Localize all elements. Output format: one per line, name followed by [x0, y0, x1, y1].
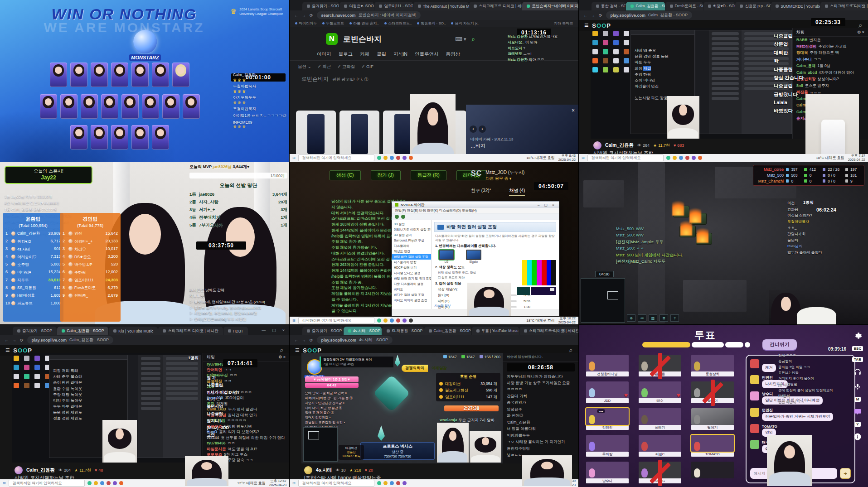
back-icon[interactable]: ← — [583, 13, 587, 18]
reload-icon[interactable]: ⟳ — [599, 13, 602, 18]
sc-menu-button[interactable]: 등급전 (R) — [411, 170, 446, 180]
streamer-name[interactable]: Calm_김윤환 — [26, 467, 55, 473]
filter-recent[interactable]: ✓ 최근 — [318, 64, 331, 70]
filter-option[interactable]: 옵션 ⌄ — [298, 64, 311, 70]
browser-tab[interactable]: Calm_김윤환 - SOOP — [57, 327, 108, 335]
maximize-icon[interactable]: ▢ — [851, 3, 855, 8]
vote-card[interactable]: 떨예기 ♥ ••• — [691, 408, 734, 431]
search-nav-tab[interactable]: 지식iN — [393, 51, 407, 58]
tree-item[interactable]: 디지털 오디오 설정 — [392, 270, 431, 276]
headphones-icon[interactable] — [853, 368, 862, 376]
jeans-thumbnail[interactable] — [296, 111, 336, 156]
windows-start-icon[interactable]: ⊞ — [292, 156, 296, 160]
address-pill[interactable]: play.sooplive.com4s.사테 - SOOP — [317, 336, 393, 344]
system-info-link[interactable]: 시스템 정보 — [434, 304, 451, 308]
gear-icon[interactable] — [853, 331, 862, 340]
windows-start-icon[interactable]: ⊞ — [3, 481, 6, 485]
close-icon[interactable]: × — [861, 3, 863, 8]
chat-header-icons[interactable]: ⚙ × — [857, 30, 864, 34]
vote-card[interactable]: ♥ ••• — [691, 462, 734, 484]
reload-icon[interactable]: ⟳ — [20, 338, 24, 342]
window-controls[interactable]: — ▢ × — [551, 325, 578, 335]
keyboard-icon[interactable]: ⌨ ▾ — [455, 36, 466, 42]
sc-status-dropdown[interactable]: 다른 용무 중 ▾ — [485, 176, 511, 181]
taskbar-search[interactable]: 검색하려면 여기에 입력하세요 — [298, 317, 374, 324]
search-icon[interactable]: ⌕ — [471, 35, 475, 43]
browser-tab[interactable]: 즐겨찾기 - SOOP — [302, 2, 339, 10]
chat-bubble-icon[interactable] — [853, 408, 862, 416]
browser-tab[interactable]: SUMMERDE | YouTube Music — [771, 2, 820, 10]
chat-header-icons[interactable]: ⚙ × — [278, 355, 286, 359]
taskbar-search[interactable]: 검색하려면 여기에 입력하세요 — [587, 154, 664, 161]
tree-item[interactable]: 바탕 화면 컬러 설정 조정 — [392, 254, 431, 260]
back-icon[interactable]: ← — [5, 338, 9, 342]
taskbar-search[interactable]: 검색하려면 여기에 입력하세요 — [298, 154, 374, 161]
browser-tab[interactable]: 스타크래프트 디아코 | 세니칸 — [158, 327, 223, 335]
minimize-icon[interactable]: — — [551, 3, 555, 8]
minimize-icon[interactable]: — — [262, 328, 266, 333]
bookmark-item[interactable]: 두철로드드 — [322, 21, 344, 26]
browser-tab[interactable]: SL저동원 - SOOP — [382, 327, 423, 335]
browser-tab[interactable]: Fresh토마토 - SOOP — [665, 2, 703, 10]
search-query[interactable]: 로빈슨바지 — [343, 34, 382, 44]
streamer-avatar[interactable] — [593, 141, 601, 149]
jeans-thumbnail[interactable] — [339, 111, 379, 156]
browser-tab[interactable]: 우물 | YouTube Music — [472, 327, 519, 335]
reload-icon[interactable]: ⟳ — [310, 13, 313, 18]
next-arrow-icon[interactable]: › — [479, 125, 486, 133]
windows-start-icon[interactable]: ⊞ — [292, 481, 296, 485]
vote-card[interactable]: 동원장치 ♥ ••• — [691, 355, 734, 377]
browser-tab[interactable]: 4s.사테 - SOOP — [344, 327, 382, 335]
tree-item[interactable]: 비디오 컬러 설정 조정 — [392, 292, 431, 298]
y-key[interactable]: Y — [854, 422, 860, 427]
windows-start-icon[interactable]: ⊞ — [582, 156, 585, 160]
forward-icon[interactable]: → — [591, 13, 595, 18]
close-icon[interactable]: × — [572, 107, 575, 114]
taskbar-search[interactable]: 검색하려면 여기에 입력하세요 — [298, 480, 374, 487]
browser-tab[interactable]: Klu | YouTube Music — [109, 327, 158, 335]
browser-tab[interactable]: 희쟝♥D - SOOP — [703, 2, 735, 10]
like-count[interactable]: ♥ 48 — [95, 468, 103, 473]
skip-vote-button[interactable]: 건너뛰기 — [762, 339, 797, 350]
tree-item[interactable]: Surround, PhysX 구성 — [392, 238, 431, 243]
minimap[interactable] — [581, 278, 625, 323]
forward-icon[interactable] — [401, 215, 405, 219]
close-icon[interactable]: × — [282, 328, 285, 333]
list-button[interactable]: ≣ — [659, 314, 668, 322]
tree-item[interactable]: 3D 설정 관리 — [392, 232, 431, 238]
window-controls[interactable]: – ▢ × — [538, 203, 556, 207]
vote-card[interactable]: 쓰레기 ♥ ••• — [639, 408, 681, 431]
taskbar-icons[interactable] — [87, 481, 123, 485]
browser-tab[interactable]: 즐겨찾기 - SOOP — [13, 327, 57, 335]
vote-card[interactable]: SONG ♥ ••• — [639, 462, 681, 484]
close-icon[interactable]: × — [572, 3, 574, 8]
filter-hq[interactable]: ✓ 고화질 — [337, 64, 355, 70]
tree-item[interactable]: 비디오 이미지 설정 조정 — [392, 298, 431, 303]
search-nav-tab[interactable]: 동영상 — [446, 51, 460, 58]
menu-icon[interactable]: ≡ — [5, 346, 10, 354]
browser-tab[interactable]: 통합 검색 - SOOP — [592, 2, 626, 10]
search-nav-tab[interactable]: 클립 — [377, 51, 386, 58]
browser-tab[interactable]: Calm_김윤환 - SOOP — [424, 327, 471, 335]
vote-card[interactable]: 태수 ♥ ••• — [639, 381, 681, 404]
stream-video[interactable]: 피징 저리 퇴래사테 준오 몰스터승이 먼진 라매온윤환 수범 녹아웃주앙 재량… — [12, 353, 202, 463]
nvidia-toolbar[interactable] — [392, 213, 559, 220]
vote-card[interactable]: 주하랑 ♥ ••• — [586, 435, 629, 458]
help-button[interactable]: ? — [670, 314, 679, 322]
browser-tab[interactable]: 즐겨찾기 - SOOP — [302, 327, 343, 335]
other-bookmarks[interactable]: 기타 북마크 — [554, 21, 573, 26]
reload-icon[interactable]: ⟳ — [310, 338, 313, 342]
bookmark-item[interactable]: 라볼 연못 손치.. — [349, 21, 379, 26]
browser-tab[interactable]: The Astronaut | YouTube Music — [413, 2, 469, 10]
tab-channels[interactable]: 채널 (4) — [509, 188, 525, 196]
browser-tab[interactable]: 스타크래프트 디아코 | 세니칸 — [469, 2, 522, 10]
prev-arrow-icon[interactable]: ‹ — [470, 125, 477, 133]
send-button[interactable]: ➔ — [840, 468, 851, 479]
vote-card[interactable]: 낭수디 ♥ ••• — [586, 462, 629, 484]
info-icon[interactable] — [853, 433, 862, 441]
tree-item[interactable]: HDCP 상태 보기 — [392, 265, 431, 270]
sc-menu-button[interactable]: 참가 (J) — [371, 170, 401, 180]
browser-tab[interactable]: Calm_김윤환 - SOOP — [626, 2, 664, 10]
tab-key[interactable]: TAB — [852, 357, 863, 362]
streamer-name[interactable]: 4s.사테 — [316, 467, 332, 473]
